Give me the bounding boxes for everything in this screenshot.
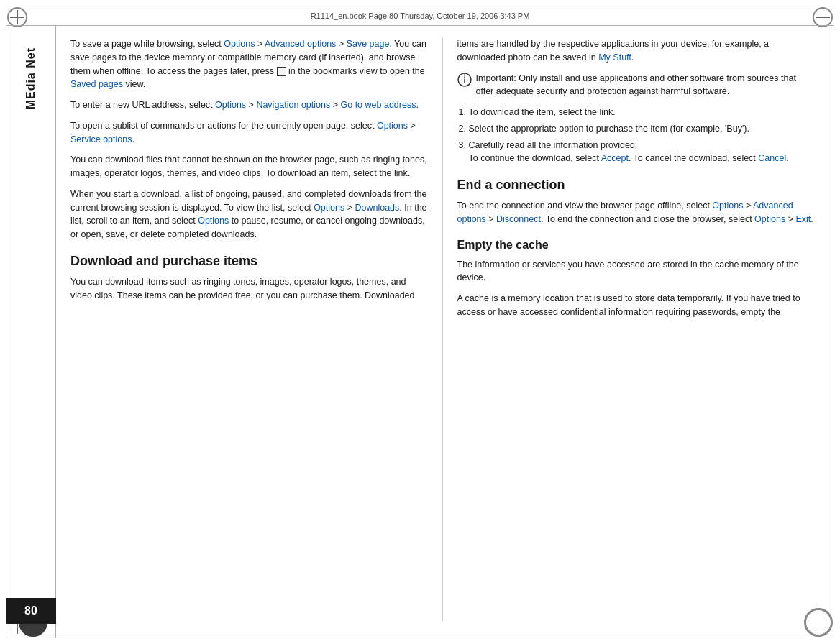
list-item-1: To download the item, select the link. [469, 106, 815, 119]
para3-end: . [132, 134, 134, 144]
para-url-address: To enter a new URL address, select Optio… [70, 98, 428, 112]
list-item-3: Carefully read all the information provi… [469, 139, 815, 166]
page-number: 80 [24, 604, 37, 617]
disconnect-link: Disconnect [496, 214, 541, 224]
para1-gt1: > [255, 39, 265, 49]
para1-last: view. [123, 79, 145, 89]
advanced-options-link-1: Advanced options [265, 39, 336, 49]
left-column: To save a page while browsing, select Op… [70, 37, 428, 621]
important-icon: i [457, 73, 472, 87]
important-text: Important: Only install and use applicat… [476, 72, 815, 99]
sidebar-label: MEdia Net [24, 47, 37, 109]
page-number-box: 80 [6, 598, 56, 624]
cache-para1-text: The information or services you have acc… [457, 259, 799, 283]
svg-point-3 [464, 77, 465, 78]
para-service-options: To open a sublist of commands or actions… [70, 119, 428, 147]
list-item-1-text: To download the item, select the link. [469, 107, 616, 117]
section2-text1: To end the connection and view the brows… [457, 201, 713, 211]
para-cache-1: The information or services you have acc… [457, 258, 815, 285]
para-save-page: To save a page while browsing, select Op… [70, 37, 428, 91]
download-steps-list: To download the item, select the link. S… [469, 106, 815, 165]
right-para1-end: . [631, 52, 634, 63]
list-item-3-text1: Carefully read all the information provi… [469, 140, 638, 150]
para1-end: in the bookmarks view to open the [288, 66, 425, 76]
para-download-files: You can download files that cannot be sh… [70, 153, 428, 180]
para-end-connection: To end the connection and view the brows… [457, 199, 815, 226]
right-column: items are handled by the respective appl… [457, 37, 815, 621]
para-cache-2: A cache is a memory location that is use… [457, 292, 815, 319]
navigation-options-link: Navigation options [256, 100, 330, 110]
section2-end: . [811, 214, 813, 224]
bookmark-icon [277, 67, 286, 76]
main-content: To save a page while browsing, select Op… [56, 26, 828, 632]
para1-text1: To save a page while browsing, select [70, 39, 224, 49]
accept-link: Accept [601, 153, 629, 163]
save-page-link: Save page [347, 39, 390, 49]
para-download-items-text: You can download items such as ringing t… [70, 277, 415, 300]
service-options-link: Service options [70, 134, 132, 144]
cancel-link: Cancel [758, 153, 786, 163]
para1-gt2: > [336, 39, 346, 49]
list-item-2-text: Select the appropriate option to purchas… [469, 124, 749, 134]
options-link-6: Options [712, 201, 743, 211]
important-block: i Important: Only install and use applic… [457, 72, 815, 99]
para2-text1: To enter a new URL address, select [70, 100, 215, 110]
exit-link: Exit [795, 214, 811, 224]
para-download-items: You can download items such as ringing t… [70, 275, 428, 303]
para2-end: . [416, 100, 418, 110]
downloads-link: Downloads [355, 203, 399, 213]
options-link-1: Options [224, 39, 255, 49]
page-header: R1114_en.book Page 80 Thursday, October … [6, 6, 834, 26]
column-divider [442, 37, 443, 621]
list-item-3-text2: To continue the download, select [469, 153, 601, 163]
options-link-5: Options [198, 216, 229, 226]
download-section-heading: Download and purchase items [70, 252, 428, 271]
para-my-stuff: items are handled by the respective appl… [457, 37, 815, 65]
para-download-list: When you start a download, a list of ong… [70, 188, 428, 242]
list-item-3-end: . [786, 153, 788, 163]
go-to-web-address-link: Go to web address [340, 100, 416, 110]
sidebar: MEdia Net [6, 26, 56, 638]
section2-after: . To end the connection and close the br… [541, 214, 754, 224]
options-link-3: Options [377, 121, 408, 131]
end-connection-heading: End a connection [457, 175, 815, 195]
saved-pages-link: Saved pages [70, 79, 123, 89]
list-item-3-between: . To cancel the download, select [629, 153, 758, 163]
header-text: R1114_en.book Page 80 Thursday, October … [311, 12, 530, 20]
options-link-4: Options [314, 203, 344, 213]
options-link-2: Options [215, 100, 246, 110]
list-item-2: Select the appropriate option to purchas… [469, 122, 815, 136]
para3-text1: To open a sublist of commands or actions… [70, 121, 377, 131]
my-stuff-link: My Stuff [598, 52, 631, 63]
para4-text: You can download files that cannot be sh… [70, 155, 427, 178]
options-link-7: Options [754, 214, 785, 224]
cache-para2-text: A cache is a memory location that is use… [457, 293, 800, 317]
empty-cache-heading: Empty the cache [457, 236, 815, 254]
